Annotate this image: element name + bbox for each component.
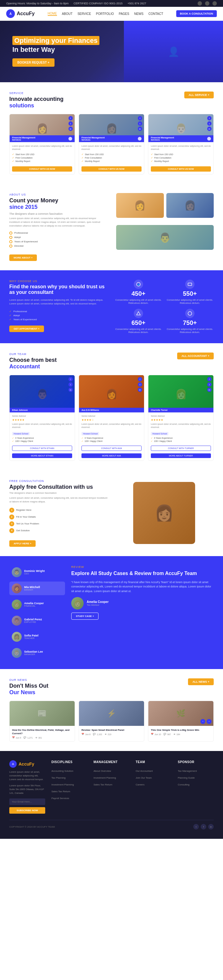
acc-social-1b[interactable]: t [68, 382, 73, 387]
acc-social-1c[interactable]: in [68, 388, 73, 392]
footer-logo: A AccuFy [9, 760, 45, 768]
service-card-badge-2: Financial ManagementServices [79, 135, 144, 142]
footer-link-4b[interactable]: Planning Guide [178, 774, 214, 781]
consult-turner-button[interactable]: CONSULT WITH TURNER [151, 445, 211, 451]
social-dot-3a[interactable]: f [207, 116, 212, 120]
acc-social-2a[interactable]: f [138, 377, 142, 382]
consult-ethan-button[interactable]: CONSULT WITH ETHAN [12, 445, 72, 451]
acc-social-2b[interactable]: t [138, 382, 142, 387]
nav-about[interactable]: ABOUT [62, 12, 73, 16]
nav-news[interactable]: NEWS [134, 12, 143, 16]
footer-link-1b[interactable]: Tax Planning [51, 774, 87, 781]
social-dot-2a[interactable]: f [138, 116, 142, 120]
newsletter-input[interactable] [9, 799, 45, 805]
footer-link-3b[interactable]: Join Our Team [136, 774, 172, 781]
news-title: Don't Miss Out Our News [9, 683, 48, 696]
get-appointment-button[interactable]: GET APPOINTMENT + [9, 326, 44, 332]
social-dot-2c[interactable]: in [138, 127, 142, 131]
header: A AccuFy HOME ABOUT SERVICE PORTFOLIO PA… [0, 7, 223, 21]
count-image-3-wrap: 👨 [116, 231, 214, 261]
service-card-features-3: Start from 150 USD Free Consultation Mon… [151, 153, 211, 163]
footer-link-1c[interactable]: Investment Planning [51, 781, 87, 787]
review-section: 👨 Dominic Wright CEO 👩 Mia Mitchell BANK… [0, 556, 223, 669]
footer-link-1a[interactable]: Accounting Solution [51, 767, 87, 774]
all-news-button[interactable]: ALL NEWS + [188, 678, 214, 685]
social-dot-3b[interactable]: t [207, 121, 212, 126]
subscribe-button[interactable]: SUBSCRIBE NOW [9, 807, 45, 814]
acc-social-1a[interactable]: f [68, 377, 73, 382]
consult-ava-button[interactable]: CONSULT WITH AVA [81, 445, 142, 451]
all-services-button[interactable]: ALL SERVICE + [184, 92, 214, 99]
social-icon-twitter[interactable] [198, 1, 202, 6]
reviewer-item-1[interactable]: 👨 Dominic Wright CEO [9, 565, 65, 579]
nav-home[interactable]: HOME [48, 12, 57, 16]
connect-button-3[interactable]: CONSULT WITH US NOW [151, 166, 211, 172]
social-dot-3c[interactable]: in [207, 127, 212, 131]
header-consultation-button[interactable]: BOOK A CONSULTATION [176, 10, 217, 17]
service-feature-report-1: Monthly Report [12, 159, 72, 163]
footer-link-1e[interactable]: Payroll Services [51, 794, 87, 801]
acc-text-3: Lorem ipsum dolor sit amet, consectetur … [151, 423, 211, 429]
count-features: Professional Adept Years of Experienced … [9, 231, 107, 248]
footer-col-management: MANAGEMENT About Overview Investment Pla… [93, 760, 130, 814]
nav-portfolio[interactable]: PORTFOLIO [96, 12, 114, 16]
social-dot-1c[interactable]: in [68, 127, 73, 131]
footer-link-2a[interactable]: About Overview [93, 767, 130, 774]
banner-title: Find the reason why you should trust us … [9, 284, 108, 295]
connect-button-2[interactable]: CONSULT WITH US NOW [81, 166, 142, 172]
reviewer-item-4[interactable]: 👨🏽 Gabriel Perez EMPLOYEE [9, 614, 65, 627]
more-about-button[interactable]: MORE ABOUT + [9, 255, 37, 261]
reviewer-avatar-2: 👩 [12, 584, 22, 593]
stat-num-2: 550+ [183, 290, 197, 297]
service-feature-price-3: Start from 150 USD [151, 153, 211, 156]
footer-link-4c[interactable]: Consulting [178, 781, 214, 787]
service-card-badge-1: Financial ManagementServices [9, 135, 74, 142]
more-ava-button[interactable]: MORE ABOUT AVA [81, 453, 142, 458]
footer-link-4a[interactable]: Tax Management [178, 767, 214, 774]
footer-link-3a[interactable]: Our Accountant [136, 767, 172, 774]
social-icon-instagram[interactable] [212, 1, 217, 6]
reviewer-item-6[interactable]: 👨🏼 Sebastian Lee MANAGER [9, 646, 65, 660]
nav-service[interactable]: SERVICE [77, 12, 91, 16]
news-prev-button[interactable]: ‹ [200, 719, 206, 724]
acc-social-3c[interactable]: in [207, 388, 212, 392]
more-ethan-button[interactable]: MORE ABOUT ETHAN [12, 453, 72, 458]
social-dot-2b[interactable]: t [138, 121, 142, 126]
acc-social-1: f t in [68, 377, 73, 392]
social-dot-1a[interactable]: f [68, 116, 73, 120]
connect-button-1[interactable]: CONSULT WITH US NOW [12, 166, 72, 172]
book-request-button[interactable]: BOOKER REQUEST + [13, 58, 54, 67]
acc-body-2: Senior Advisor ★★★★☆ Lorem ipsum dolor s… [79, 412, 144, 461]
nav-contact[interactable]: CONTACT [149, 12, 163, 16]
footer-social-facebook[interactable]: f [201, 824, 206, 829]
reviewer-item-3[interactable]: 👩🏼 Amelia Cooper FINANCIAL [9, 598, 65, 611]
acc-badge-1: Ethan Johnson [9, 408, 74, 412]
apply-here-button[interactable]: APPLY HERE + [9, 540, 36, 547]
more-turner-button[interactable]: MORE ABOUT TURNER [151, 453, 211, 458]
all-accountants-button[interactable]: ALL ACCOUNTANT + [177, 353, 214, 360]
footer-link-2b[interactable]: Investment Planning [93, 774, 130, 781]
footer-link-3c[interactable]: Careers [136, 781, 172, 787]
acc-img-2: 👩 f t in Ava D.N Williams [79, 375, 144, 412]
footer-social-twitter[interactable]: t [193, 824, 199, 829]
acc-social-3a[interactable]: f [207, 377, 212, 382]
acc-social-2c[interactable]: in [138, 388, 142, 392]
service-feature-price-2: Start from 150 USD [81, 153, 142, 156]
study-case-button[interactable]: STUDY CASE + [71, 612, 98, 620]
social-dot-1b[interactable]: t [68, 121, 73, 126]
service-card-body-2: Lorem ipsum dolor sit amet, consectetur … [79, 142, 144, 174]
footer-link-2c[interactable]: Sales Tax Return [93, 781, 130, 787]
stat-box-1: 👥 450+ Consectetur adipiscing elit of am… [115, 280, 162, 305]
news-title-1: How Do You Define Electrical, Field, Vol… [12, 728, 72, 735]
reviewer-item-2[interactable]: 👩 Mia Mitchell BANKER [9, 582, 65, 595]
opening-hours: Opening Hours: Monday to Saturday - 9am … [6, 2, 69, 5]
reviewer-item-5[interactable]: 👩🏾 Sofia Patel TEACHER [9, 630, 65, 644]
footer-link-1d[interactable]: Sales Tax Return [51, 787, 87, 794]
social-icon-facebook[interactable] [205, 1, 209, 6]
footer-social-instagram[interactable]: in [208, 824, 214, 829]
news-next-button[interactable]: › [207, 719, 212, 724]
acc-social-3b[interactable]: t [207, 382, 212, 387]
footer-desc: Lorem ipsum dolor sit amet, consectetur … [9, 770, 45, 781]
service-card-3: 👨🏼 f t in Financial ManagementServices L… [148, 114, 214, 174]
nav-pages[interactable]: PAGES [119, 12, 129, 16]
